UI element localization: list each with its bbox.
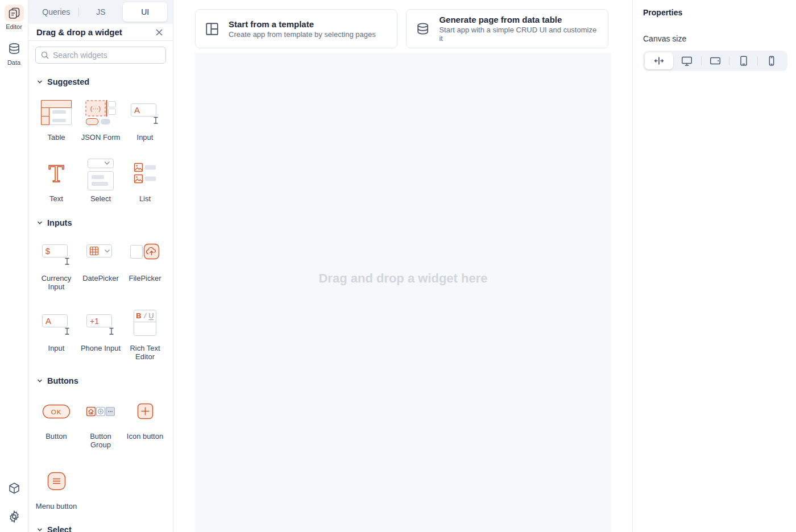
chevron-down-icon: [36, 78, 43, 85]
section-buttons: Buttons OK Button: [28, 376, 173, 512]
mobile-icon: [765, 55, 778, 67]
generate-from-data-card[interactable]: Generate page from data table Start app …: [406, 9, 608, 48]
sidebar-item-editor[interactable]: Editor: [5, 5, 24, 30]
database-icon: [5, 40, 24, 57]
datepicker-icon: [85, 238, 117, 269]
chevron-down-icon: [36, 219, 43, 226]
widget-list: Suggested Tabl: [28, 69, 173, 532]
widget-card-button-group[interactable]: Button Group: [78, 396, 123, 450]
app-canvas-dropzone[interactable]: Drag and drop a widget here: [195, 53, 611, 532]
settings-button[interactable]: [7, 509, 22, 524]
card-title: Generate page from data table: [439, 15, 599, 24]
database-icon: [416, 22, 430, 36]
section-suggested-header[interactable]: Suggested: [28, 77, 173, 86]
phone-input-icon: +1: [85, 307, 117, 339]
widget-card-filepicker[interactable]: FilePicker: [123, 238, 167, 292]
rail-bottom: [7, 481, 22, 532]
fluid-width-icon: [653, 55, 665, 67]
template-icon: [205, 22, 219, 36]
svg-text:A: A: [45, 316, 51, 326]
close-icon: [156, 29, 163, 36]
card-title: Start from a template: [229, 19, 376, 29]
main-area: Start from a template Create app from te…: [173, 0, 632, 532]
widget-card-input[interactable]: A Input: [123, 97, 167, 142]
widget-panel-header: Drag & drop a widget: [28, 24, 173, 41]
svg-text:(···): (···): [90, 105, 101, 112]
widget-search: [28, 41, 173, 69]
tab-queries[interactable]: Queries: [34, 2, 78, 22]
properties-panel: Properties Canvas size: [632, 0, 796, 532]
canvas-size-desktop-button[interactable]: [673, 52, 702, 69]
card-subtitle: Start app with a simple CRUD UI and cust…: [439, 26, 599, 43]
data-label: Data: [7, 59, 20, 66]
section-inputs-header[interactable]: Inputs: [28, 218, 173, 227]
widget-card-list[interactable]: List: [123, 158, 167, 203]
widget-card-button[interactable]: OK Button: [34, 396, 78, 450]
widget-card-currency-input[interactable]: $ Currency Input: [34, 238, 78, 292]
canvas-size-tablet-landscape-button[interactable]: [701, 52, 729, 69]
canvas-size-label: Canvas size: [643, 34, 786, 43]
widget-card-text[interactable]: T Text: [34, 158, 78, 203]
section-select: Select: [28, 525, 173, 532]
section-inputs: Inputs $ Currency Input: [28, 218, 173, 363]
svg-text:U: U: [148, 311, 154, 320]
table-icon: [40, 97, 72, 128]
input-icon: A: [129, 97, 161, 128]
widget-panel-title: Drag & drop a widget: [36, 27, 154, 37]
search-widgets-input[interactable]: [35, 47, 166, 64]
canvas-size-segmented-control: [643, 51, 787, 71]
menu-button-icon: [40, 466, 72, 497]
icon-button-icon: [129, 396, 161, 427]
widget-card-icon-button[interactable]: Icon button: [123, 396, 167, 450]
canvas-placeholder-text: Drag and drop a widget here: [318, 271, 487, 532]
svg-text:T: T: [49, 161, 64, 187]
filepicker-icon: [129, 238, 161, 269]
widget-card-input-2[interactable]: A Input: [34, 307, 78, 361]
input-icon: A: [40, 307, 72, 339]
section-select-header[interactable]: Select: [28, 525, 173, 532]
app-root: Editor Data: [0, 0, 796, 532]
widget-card-select[interactable]: Select: [78, 158, 123, 203]
chevron-down-icon: [36, 526, 43, 532]
widget-card-table[interactable]: Table: [34, 97, 78, 142]
widget-card-json-form[interactable]: (···) JSON Form: [78, 97, 123, 142]
currency-input-icon: $: [40, 238, 72, 269]
tab-ui[interactable]: UI: [123, 2, 167, 22]
widget-card-phone-input[interactable]: +1 Phone Input: [78, 307, 123, 361]
rich-text-editor-icon: B / U: [129, 307, 161, 339]
sidebar-item-data[interactable]: Data: [5, 40, 24, 66]
canvas-size-fluid-width-button[interactable]: [645, 52, 673, 69]
select-icon: [85, 158, 117, 190]
tablet-landscape-icon: [709, 55, 722, 67]
start-from-template-card[interactable]: Start from a template Create app from te…: [195, 9, 397, 48]
gear-icon: [7, 510, 21, 523]
widget-card-datepicker[interactable]: DatePicker: [78, 238, 123, 292]
text-icon: T: [40, 158, 72, 190]
libraries-button[interactable]: [7, 481, 22, 496]
svg-text:OK: OK: [51, 408, 62, 415]
canvas-size-tablet-button[interactable]: [729, 52, 758, 69]
close-panel-button[interactable]: [154, 27, 165, 38]
section-buttons-header[interactable]: Buttons: [28, 376, 173, 385]
card-subtitle: Create app from template by selecting pa…: [229, 30, 376, 39]
starter-cards: Start from a template Create app from te…: [173, 0, 632, 57]
svg-text:A: A: [134, 105, 140, 115]
widget-card-rich-text-editor[interactable]: B / U Rich Text Editor: [123, 307, 167, 361]
button-group-icon: [85, 396, 117, 427]
editor-tabbar: Queries JS UI: [28, 0, 173, 24]
package-icon: [7, 481, 21, 495]
editor-label: Editor: [6, 23, 22, 30]
editor-pages-icon: [5, 5, 24, 22]
list-icon: [129, 158, 161, 190]
json-form-icon: (···): [85, 97, 117, 128]
desktop-icon: [681, 55, 693, 67]
tab-js[interactable]: JS: [79, 2, 123, 22]
tablet-icon: [737, 55, 750, 67]
canvas-size-mobile-button[interactable]: [757, 52, 786, 69]
widget-card-menu-button[interactable]: Menu button: [34, 466, 78, 511]
section-suggested: Suggested Tabl: [28, 77, 173, 205]
button-icon: OK: [40, 396, 72, 427]
properties-title: Properties: [643, 8, 786, 17]
left-rail: Editor Data: [0, 0, 28, 532]
widget-panel: Queries JS UI Drag & drop a widget: [28, 0, 173, 532]
